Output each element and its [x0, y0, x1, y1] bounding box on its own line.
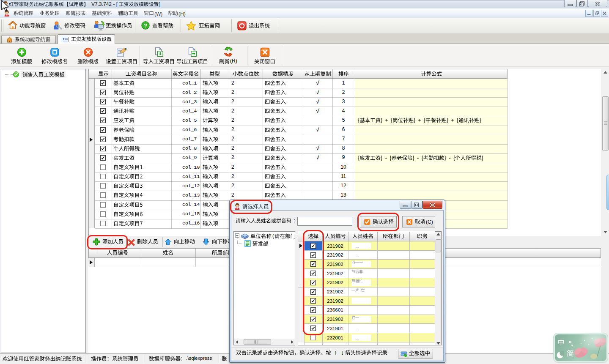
svg-text:?: ? — [144, 22, 147, 29]
